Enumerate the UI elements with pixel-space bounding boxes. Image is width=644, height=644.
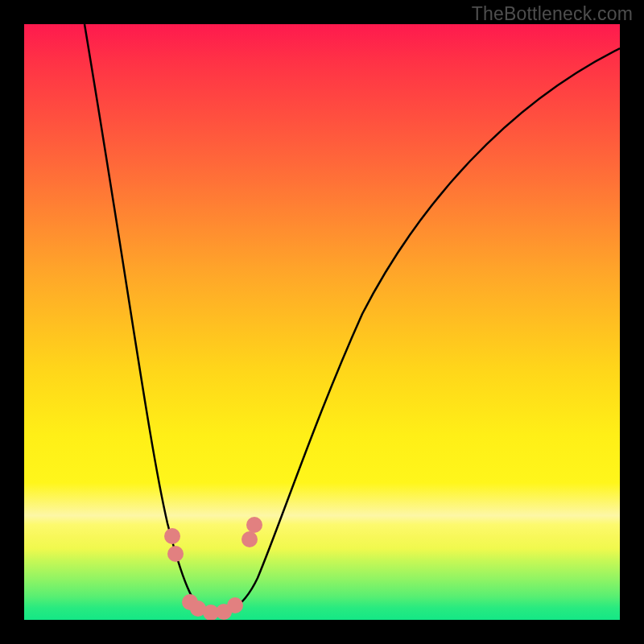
plot-area xyxy=(24,24,620,620)
chart-frame: TheBottleneck.com xyxy=(0,0,644,644)
chart-svg xyxy=(24,24,620,620)
marker-dot xyxy=(227,597,243,613)
marker-dot xyxy=(242,531,258,547)
marker-dot xyxy=(167,546,184,562)
marker-cluster xyxy=(164,517,262,620)
marker-dot xyxy=(164,528,180,544)
watermark-text: TheBottleneck.com xyxy=(472,3,633,25)
marker-dot xyxy=(246,517,262,533)
bottleneck-curve-line xyxy=(85,24,620,614)
